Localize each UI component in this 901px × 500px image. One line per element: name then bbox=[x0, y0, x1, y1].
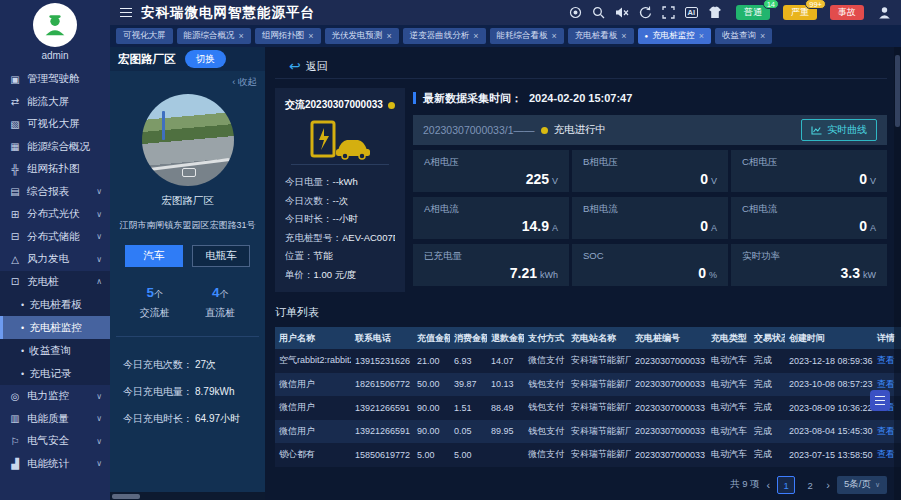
sidebar-subitem-2[interactable]: •收益查询 bbox=[0, 339, 110, 362]
tab-0[interactable]: 可视化大屏 bbox=[116, 28, 173, 44]
next-page-icon[interactable]: › bbox=[826, 479, 830, 491]
tab-2[interactable]: 组网拓扑图× bbox=[255, 28, 321, 44]
page-number-2[interactable]: 2 bbox=[801, 476, 819, 494]
mute-icon[interactable] bbox=[615, 6, 629, 19]
charging-pile-car-icon bbox=[285, 120, 395, 160]
close-icon[interactable]: × bbox=[760, 32, 765, 41]
sidebar-subitem-0[interactable]: •充电桩看板 bbox=[0, 293, 110, 316]
stat-value: 5个 bbox=[140, 285, 170, 301]
sidebar-item-2[interactable]: ▧可视化大屏 bbox=[0, 113, 110, 136]
tab-5[interactable]: 能耗综合看板× bbox=[490, 28, 564, 44]
tab-1[interactable]: 能源综合概况× bbox=[177, 28, 251, 44]
table-cell: 0.05 bbox=[450, 420, 487, 444]
charger-icon: ⊡ bbox=[8, 276, 22, 287]
scrollbar-thumb[interactable] bbox=[112, 494, 140, 499]
station-name: 宏图路厂区 bbox=[118, 52, 176, 67]
table-cell: 钱包支付 bbox=[524, 420, 567, 444]
vehicle-tab-0[interactable]: 汽车 bbox=[125, 245, 183, 267]
station-photo[interactable] bbox=[142, 94, 234, 186]
sidebar-item-1[interactable]: ⇄能流大屏 bbox=[0, 91, 110, 114]
tab-7[interactable]: ●充电桩监控× bbox=[638, 28, 711, 44]
alarm-button-normal[interactable]: 普通14 bbox=[736, 5, 770, 20]
alarm-label: 事故 bbox=[838, 6, 856, 19]
page-number-1[interactable]: 1 bbox=[777, 476, 795, 494]
metric-cell-2: C相电压0V bbox=[731, 150, 887, 192]
sidebar-item-7[interactable]: ⊟分布式储能∨ bbox=[0, 226, 110, 249]
visual-screen-icon: ▧ bbox=[8, 119, 22, 130]
table-cell: 微信支付 bbox=[524, 443, 567, 467]
sidebar-item-5[interactable]: ▤综合报表∨ bbox=[0, 181, 110, 204]
table-cell: 5.00 bbox=[450, 443, 487, 467]
info-value: --kWh bbox=[333, 176, 358, 187]
sidebar-item-8[interactable]: △风力发电∨ bbox=[0, 248, 110, 271]
metric-unit: V bbox=[870, 176, 876, 186]
close-icon[interactable]: × bbox=[239, 32, 244, 41]
realtime-curve-button[interactable]: 实时曲线 bbox=[801, 119, 877, 141]
pile-info-row-5: 单价：1.00 元/度 bbox=[285, 266, 395, 285]
ai-assistant-icon[interactable]: AI bbox=[685, 7, 699, 18]
sidebar-item-6[interactable]: ⊞分布式光伏∨ bbox=[0, 203, 110, 226]
theme-shirt-icon[interactable] bbox=[708, 6, 722, 19]
scrollbar-thumb[interactable] bbox=[895, 55, 900, 127]
gun-status-text: 充电进行中 bbox=[554, 123, 607, 137]
gun-id: 20230307000033/1—— bbox=[423, 124, 535, 136]
sidebar-item-12[interactable]: ⚐电气安全∨ bbox=[0, 430, 110, 453]
table-cell: 1.51 bbox=[450, 396, 487, 420]
column-settings-button[interactable] bbox=[870, 390, 890, 411]
table-cell: 安科瑞节能新厂 bbox=[567, 349, 631, 373]
sidebar-subitem-1[interactable]: •充电桩监控 bbox=[0, 316, 110, 339]
metric-unit: V bbox=[552, 176, 558, 186]
close-icon[interactable]: × bbox=[699, 32, 704, 41]
close-icon[interactable]: × bbox=[473, 32, 478, 41]
switch-station-button[interactable]: 切换 bbox=[185, 50, 226, 68]
target-icon[interactable] bbox=[569, 6, 582, 19]
metric-unit: A bbox=[711, 223, 717, 233]
table-cell: 2023-08-04 15:45:30 bbox=[785, 420, 873, 444]
search-icon[interactable] bbox=[592, 6, 605, 19]
sidebar-item-0[interactable]: ▣管理驾驶舱 bbox=[0, 68, 110, 91]
tab-4[interactable]: 逆变器曲线分析× bbox=[403, 28, 486, 44]
collapse-panel-link[interactable]: ‹ 收起 bbox=[110, 71, 265, 91]
sidebar-item-label: 充电桩 bbox=[27, 275, 59, 289]
close-icon[interactable]: × bbox=[308, 32, 313, 41]
sidebar-item-11[interactable]: ▥电能质量∨ bbox=[0, 408, 110, 431]
pile-stat-1: 4个直流桩 bbox=[205, 285, 235, 320]
sidebar-item-13[interactable]: ▟电能统计∨ bbox=[0, 453, 110, 476]
menu-toggle-icon[interactable] bbox=[120, 8, 132, 18]
sidebar-item-10[interactable]: ◎电力监控∨ bbox=[0, 385, 110, 408]
close-icon[interactable]: × bbox=[621, 32, 626, 41]
orders-table: 用户名称联系电话充值金额消费金额退款金额支付方式充电站名称充电桩编号充电类型交易… bbox=[275, 327, 901, 467]
tab-label: 充电桩看板 bbox=[575, 30, 618, 42]
energy-stats-icon: ▟ bbox=[8, 458, 22, 469]
prev-page-icon[interactable]: ‹ bbox=[767, 479, 771, 491]
tab-6[interactable]: 充电桩看板× bbox=[568, 28, 634, 44]
metric-unit: V bbox=[711, 176, 717, 186]
user-icon[interactable] bbox=[878, 6, 891, 19]
alarm-button-accident[interactable]: 事故 bbox=[830, 5, 864, 20]
page-size-select[interactable]: 5条/页∨ bbox=[837, 476, 887, 494]
refresh-icon[interactable] bbox=[639, 6, 652, 19]
table-cell bbox=[487, 443, 524, 467]
stat-unit: 个 bbox=[220, 289, 229, 299]
metric-value: 0A bbox=[859, 218, 876, 234]
horizontal-scrollbar[interactable] bbox=[110, 492, 265, 500]
sidebar-item-9[interactable]: ⊡充电桩∧ bbox=[0, 271, 110, 294]
fullscreen-icon[interactable] bbox=[662, 6, 675, 19]
sidebar-subitem-3[interactable]: •充电记录 bbox=[0, 362, 110, 385]
info-value: 1.00 元/度 bbox=[314, 269, 357, 280]
close-icon[interactable]: × bbox=[552, 32, 557, 41]
vertical-scrollbar[interactable] bbox=[894, 47, 901, 500]
sidebar-item-3[interactable]: ▦能源综合概况 bbox=[0, 136, 110, 159]
back-button[interactable]: ↩ 返回 bbox=[289, 59, 328, 74]
pile-status-dot bbox=[388, 102, 395, 109]
alarm-button-serious[interactable]: 严重99+ bbox=[783, 5, 817, 20]
tab-8[interactable]: 收益查询× bbox=[715, 28, 772, 44]
orders-col-9: 交易状态 bbox=[750, 327, 785, 349]
tab-3[interactable]: 光伏发电预测× bbox=[325, 28, 399, 44]
vehicle-tab-1[interactable]: 电瓶车 bbox=[192, 245, 250, 267]
close-icon[interactable]: × bbox=[387, 32, 392, 41]
avatar[interactable] bbox=[33, 3, 77, 47]
pile-name-row: 交流20230307000033 bbox=[285, 98, 395, 112]
engineer-avatar-icon bbox=[41, 11, 69, 39]
sidebar-item-4[interactable]: ╬组网拓扑图 bbox=[0, 158, 110, 181]
